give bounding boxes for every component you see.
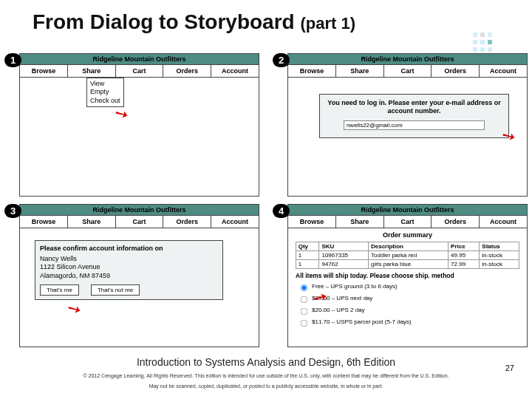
order-table: Qty SKU Description Price Status 1 10967…	[296, 242, 520, 269]
thats-not-me-button[interactable]: That's not me	[91, 284, 140, 296]
annotation-arrow-icon: ➘	[499, 126, 519, 146]
mock-titlebar: Ridgeline Mountain Outfitters	[20, 205, 259, 216]
nav-cart[interactable]: Cart	[116, 216, 164, 228]
confirm-header: Please confirm account information on	[40, 245, 218, 252]
panel-3: 3 Ridgeline Mountain Outfitters Browse S…	[4, 204, 259, 347]
col-status: Status	[480, 242, 519, 251]
nav-orders[interactable]: Orders	[432, 216, 480, 228]
nav-account[interactable]: Account	[480, 216, 527, 228]
cart-dropdown[interactable]: View Empty Check out	[86, 78, 124, 107]
page-number: 27	[505, 364, 514, 372]
nav-account[interactable]: Account	[211, 216, 259, 228]
title-main: From Dialog to Storyboard	[33, 10, 295, 33]
col-price: Price	[449, 242, 480, 251]
annotation-arrow-icon: ➘	[112, 103, 132, 124]
nav-cart[interactable]: Cart	[384, 65, 432, 77]
confirm-street: 1122 Silicon Avenue	[40, 263, 218, 271]
nav-account[interactable]: Account	[211, 65, 259, 77]
ship-opt[interactable]: $20.00 – UPS 2 day	[296, 304, 519, 316]
mock-window: Ridgeline Mountain Outfitters Browse Sha…	[287, 53, 528, 197]
panel-badge: 2	[273, 53, 290, 67]
table-row: 1 10967335 Toddler parka red 49.95 in-st…	[296, 251, 519, 260]
col-desc: Description	[368, 242, 448, 251]
mock-titlebar: Ridgeline Mountain Outfitters	[288, 54, 527, 65]
dropdown-item-view[interactable]: View	[90, 80, 120, 88]
shipping-message: All items will ship today. Please choose…	[288, 269, 527, 281]
email-input[interactable]	[344, 120, 485, 130]
ship-radio[interactable]	[301, 320, 308, 327]
table-row: 1 94762 girls parka blue 72.99 in-stock	[296, 260, 519, 269]
confirm-name: Nancy Wells	[40, 255, 218, 263]
mock-nav: Browse Share Cart Orders Account	[288, 65, 527, 78]
mock-titlebar: Ridgeline Mountain Outfitters	[20, 54, 259, 65]
mock-window: Ridgeline Mountain Outfitters Browse Sha…	[287, 204, 528, 347]
panel-1: 1 Ridgeline Mountain Outfitters Browse S…	[4, 53, 259, 197]
mock-window: Ridgeline Mountain Outfitters Browse Sha…	[19, 53, 259, 197]
ship-radio[interactable]	[301, 284, 308, 292]
nav-browse[interactable]: Browse	[20, 216, 68, 228]
dropdown-item-empty[interactable]: Empty	[90, 88, 120, 96]
dropdown-item-checkout[interactable]: Check out	[90, 97, 120, 105]
copyright-line2: May not be scanned, copied, duplicated, …	[0, 383, 532, 390]
col-qty: Qty	[296, 242, 319, 251]
confirm-dialog: Please confirm account information on Na…	[35, 240, 223, 300]
slide-footer: Introduction to Systems Analysis and Des…	[0, 355, 532, 391]
col-sku: SKU	[319, 242, 369, 251]
nav-browse[interactable]: Browse	[288, 216, 336, 228]
annotation-arrow-icon: ➘	[64, 299, 84, 319]
nav-orders[interactable]: Orders	[163, 216, 211, 228]
nav-orders[interactable]: Orders	[432, 65, 480, 77]
nav-share[interactable]: Share	[336, 65, 384, 77]
mock-nav: Browse Share Cart Orders Account	[20, 216, 259, 228]
panel-badge: 3	[4, 204, 21, 218]
nav-account[interactable]: Account	[480, 65, 527, 77]
slide-title: From Dialog to Storyboard (part 1)	[0, 0, 532, 40]
storyboard-grid: 1 Ridgeline Mountain Outfitters Browse S…	[4, 53, 528, 347]
mock-titlebar: Ridgeline Mountain Outfitters	[288, 205, 527, 216]
ship-radio[interactable]	[301, 296, 308, 304]
panel-badge: 1	[4, 53, 21, 67]
nav-browse[interactable]: Browse	[288, 65, 336, 77]
panel-badge: 4	[273, 204, 290, 218]
mock-nav: Browse Share Cart Orders Account	[20, 65, 259, 78]
decorative-dots	[473, 33, 492, 52]
ship-radio[interactable]	[301, 308, 308, 316]
nav-share[interactable]: Share	[68, 65, 116, 77]
mock-window: Ridgeline Mountain Outfitters Browse Sha…	[19, 204, 259, 347]
nav-browse[interactable]: Browse	[20, 65, 68, 77]
nav-share[interactable]: Share	[336, 216, 384, 228]
nav-cart[interactable]: Cart	[116, 65, 164, 77]
order-summary-title: Order summary	[288, 228, 527, 242]
book-title: Introduction to Systems Analysis and Des…	[137, 356, 395, 368]
nav-orders[interactable]: Orders	[163, 65, 211, 77]
title-part: (part 1)	[300, 14, 355, 33]
login-dialog: You need to log in. Please enter your e-…	[319, 94, 509, 138]
panel-2: 2 Ridgeline Mountain Outfitters Browse S…	[273, 53, 528, 197]
mock-nav: Browse Share Cart Orders Account	[288, 216, 527, 228]
thats-me-button[interactable]: That's me	[40, 284, 79, 296]
nav-cart[interactable]: Cart	[384, 216, 432, 228]
confirm-city: Alamagordo, NM 87459	[40, 272, 218, 280]
ship-opt[interactable]: $11.70 – USPS parcel post (5-7 days)	[296, 316, 519, 328]
login-prompt: You need to log in. Please enter your e-…	[326, 99, 502, 116]
panel-4: 4 Ridgeline Mountain Outfitters Browse S…	[273, 204, 528, 347]
copyright-line1: © 2012 Cengage Learning. All Rights Rese…	[0, 373, 532, 380]
nav-share[interactable]: Share	[68, 216, 116, 228]
